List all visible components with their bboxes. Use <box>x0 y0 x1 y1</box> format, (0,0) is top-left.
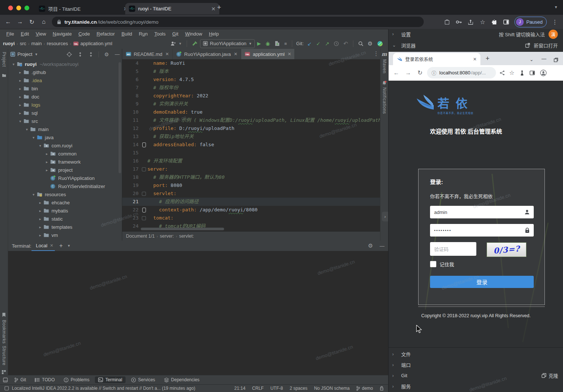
tree-item-logs[interactable]: ▸logs <box>8 101 122 109</box>
tab-search-chevron-icon[interactable]: ▾ <box>555 4 557 10</box>
window-layout-icon[interactable] <box>3 378 8 382</box>
tool-button-todo[interactable]: TODO <box>31 376 58 383</box>
tree-item-.idea[interactable]: ▸.idea <box>8 76 122 84</box>
tool-button-services[interactable]: Services <box>128 376 159 383</box>
back-icon[interactable]: ← <box>3 17 13 27</box>
tree-item-mybatis[interactable]: ▸mybatis <box>8 207 122 215</box>
panel-section-端口[interactable]: ›端口 <box>389 359 563 370</box>
chevron-right-icon[interactable]: ▸ <box>44 152 50 156</box>
project-header-label[interactable]: Project <box>17 51 32 57</box>
mini-restore-icon[interactable] <box>554 58 558 62</box>
forward-icon[interactable]: → <box>15 17 25 27</box>
bookmark-star-icon[interactable]: ☆ <box>507 68 517 78</box>
browser-tab-project[interactable]: ‹t› 项目 - TitanIDE ✕ <box>35 3 131 14</box>
tool-stripe-maven[interactable]: Maven <box>382 59 387 74</box>
close-tab-icon[interactable]: ✕ <box>287 51 291 57</box>
tree-item-RuoYiServletInitializer[interactable]: CRuoYiServletInitializer <box>8 182 122 190</box>
menu-tools[interactable]: Tools <box>151 31 169 37</box>
chevron-right-icon[interactable]: ▸ <box>44 160 50 164</box>
breadcrumb-item[interactable]: resources <box>47 41 68 46</box>
menu-refactor[interactable]: Refactor <box>93 31 118 37</box>
password-key-icon[interactable] <box>454 17 464 27</box>
mini-browser-tab[interactable]: 登录若依系统 ✕ <box>393 53 480 65</box>
tool-stripe-notifications[interactable]: Notifications <box>382 87 387 114</box>
doc-breadcrumb-item[interactable]: Document 1/1 <box>126 234 155 239</box>
project-scrollbar[interactable] <box>119 62 121 173</box>
share-icon[interactable] <box>500 70 505 76</box>
tool-button-problems[interactable]: Problems <box>60 376 93 383</box>
breadcrumb-item[interactable]: main <box>31 41 41 46</box>
maximize-window-icon[interactable] <box>24 6 29 10</box>
breadcrumb-item[interactable]: application.yml <box>80 41 112 46</box>
tool-button-terminal[interactable]: Terminal <box>95 376 125 383</box>
chevron-right-icon[interactable]: ▸ <box>37 209 43 213</box>
rollback-icon[interactable]: ↶ <box>343 40 348 47</box>
menu-edit[interactable]: Edit <box>17 31 32 37</box>
tree-item-sql[interactable]: ▸sql <box>8 109 122 117</box>
chevron-right-icon[interactable]: ▸ <box>37 201 43 205</box>
tool-stripe-bookmarks[interactable]: Bookmarks <box>1 320 7 344</box>
open-new-window-label[interactable]: 新窗口打开 <box>534 42 558 49</box>
gutter-bookmark-icon[interactable] <box>142 208 146 212</box>
panel-section-服务[interactable]: ›服务 <box>389 381 563 392</box>
structure-icon[interactable] <box>2 370 6 374</box>
mini-tab-list-icon[interactable]: ⌄ <box>530 57 533 62</box>
doc-breadcrumb-item[interactable]: servlet: <box>179 234 194 239</box>
history-clock-icon[interactable] <box>334 41 339 46</box>
tree-item-.github[interactable]: ▸.github <box>8 68 122 76</box>
editor-tab-RuoYiApplication.java[interactable]: CRuoYiApplication.java✕ <box>173 49 241 59</box>
chevron-right-icon[interactable]: ▸ <box>37 217 43 221</box>
menu-build[interactable]: Build <box>118 31 136 37</box>
menu-run[interactable]: Run <box>136 31 151 37</box>
remember-me-row[interactable]: 记住我 <box>430 261 454 268</box>
bookmark-icon[interactable] <box>2 312 6 317</box>
editor-tabs-menu-icon[interactable]: ⋮ <box>373 50 379 57</box>
editor-tab-application.yml[interactable]: YMLapplication.yml✕ <box>241 49 295 59</box>
browser-section-row[interactable]: ⌄ 浏览器 新窗口打开 <box>389 39 563 51</box>
terminal-settings-icon[interactable]: ⚙ <box>368 242 373 249</box>
close-window-icon[interactable] <box>8 6 13 10</box>
panel-section-Git[interactable]: ›Git克隆 <box>389 370 563 381</box>
bookmark-star-icon[interactable]: ☆ <box>477 17 488 27</box>
chevron-right-icon[interactable]: ▸ <box>44 168 50 172</box>
tree-item-main[interactable]: ▾main <box>8 125 122 133</box>
menu-view[interactable]: View <box>32 31 49 37</box>
run-icon[interactable]: ▶ <box>257 41 261 46</box>
tool-stripe-structure[interactable]: Structure <box>1 346 7 365</box>
info-icon[interactable]: ⓘ <box>432 69 436 76</box>
tree-item-framework[interactable]: ▸framework <box>8 158 122 166</box>
tree-item-src[interactable]: ▾src <box>8 117 122 125</box>
open-new-window-icon[interactable] <box>525 43 530 48</box>
clone-button[interactable]: 克隆 <box>542 372 558 379</box>
status-item[interactable]: 2 spaces <box>290 386 307 391</box>
chevron-right-icon[interactable]: ▸ <box>17 95 23 99</box>
terminal-dropdown-icon[interactable]: ▼ <box>67 244 70 248</box>
git-push-icon[interactable]: ↗ <box>325 41 329 47</box>
chevron-down-icon[interactable]: ▾ <box>30 135 37 140</box>
unlock-icon[interactable] <box>380 386 384 391</box>
build-hammer-icon[interactable] <box>192 41 198 46</box>
doc-breadcrumb-item[interactable]: server: <box>160 234 174 239</box>
extensions-puzzle-icon[interactable] <box>489 17 500 27</box>
settings-section-row[interactable]: › 设置 按 Shift 键切换输入法 演 <box>389 29 563 39</box>
git-commit-icon[interactable]: ✓ <box>316 41 321 47</box>
new-tab-button[interactable]: + <box>217 3 221 11</box>
remember-checkbox[interactable] <box>430 261 436 267</box>
menu-code[interactable]: Code <box>75 31 93 37</box>
tree-item-static[interactable]: ▸static <box>8 215 122 223</box>
menu-git[interactable]: Git <box>169 31 182 37</box>
code-editor[interactable]: 4 name: RuoYi5 # 版本6 version: 4.7.57 # 版… <box>122 59 380 231</box>
status-item[interactable]: CRLF <box>252 386 264 391</box>
mini-new-tab-icon[interactable]: + <box>486 55 490 63</box>
panel-section-文件[interactable]: ›文件 <box>389 349 563 359</box>
tree-item-ehcache[interactable]: ▸ehcache <box>8 198 122 207</box>
reload-icon[interactable]: ↻ <box>415 68 425 78</box>
tree-item-RuoYiApplication[interactable]: CRuoYiApplication <box>8 174 122 182</box>
collapse-all-icon[interactable] <box>89 52 93 57</box>
chevron-down-icon[interactable]: ▾ <box>10 62 17 66</box>
chevron-right-icon[interactable]: ▸ <box>17 70 23 74</box>
reload-icon[interactable]: ↻ <box>27 17 37 27</box>
breadcrumb-item[interactable]: ruoyi <box>3 41 15 46</box>
new-terminal-icon[interactable]: + <box>59 242 63 249</box>
close-tab-icon[interactable]: ✕ <box>234 51 237 57</box>
